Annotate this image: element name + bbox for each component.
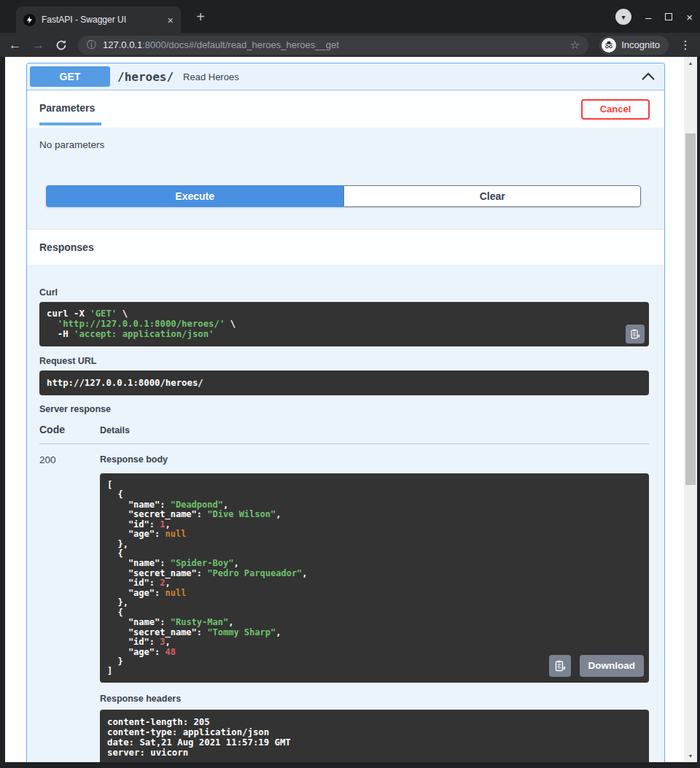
- opblock-get-heroes: GET /heroes/ Read Heroes Parameters: [26, 63, 665, 762]
- new-tab-button[interactable]: +: [191, 9, 210, 28]
- curl-label: Curl: [39, 287, 649, 298]
- page-viewport: GET /heroes/ Read Heroes Parameters: [5, 57, 697, 762]
- code-column-header: Code: [39, 424, 100, 435]
- request-url-label: Request URL: [39, 356, 649, 366]
- endpoint-path: /heroes/: [117, 70, 174, 84]
- clipboard-icon: [554, 660, 566, 672]
- window-close-button[interactable]: ×: [686, 12, 693, 23]
- status-code: 200: [39, 454, 100, 762]
- active-tab-underline: [39, 123, 101, 125]
- details-column-header: Details: [100, 425, 130, 435]
- vertical-scrollbar[interactable]: ▲ ▼: [684, 57, 697, 762]
- endpoint-summary: Read Heroes: [183, 71, 239, 82]
- browser-menu-icon[interactable]: ⋮: [680, 38, 691, 52]
- response-body-block: [ { "name": "Deadpond", "secret_name": "…: [100, 473, 649, 683]
- scroll-down-icon[interactable]: ▼: [684, 753, 697, 759]
- chevron-up-icon: [641, 71, 656, 82]
- copy-curl-button[interactable]: [626, 325, 645, 344]
- browser-window: FastAPI - Swagger UI × + ▾ – × ← → ⓘ 127…: [0, 0, 700, 768]
- response-body-json: [ { "name": "Deadpond", "secret_name": "…: [107, 481, 642, 677]
- request-url-block: http://127.0.0.1:8000/heroes/: [39, 371, 649, 395]
- execute-wrapper: Execute Clear: [46, 185, 641, 207]
- responses-title: Responses: [39, 241, 94, 253]
- url-path: :8000/docs#/default/read_heroes_heroes__…: [142, 39, 339, 50]
- http-method-badge: GET: [30, 66, 110, 87]
- parameters-header: Parameters Cancel: [27, 90, 664, 128]
- collapse-button[interactable]: [641, 71, 656, 82]
- incognito-badge: Incognito: [599, 36, 669, 55]
- request-url-value: http://127.0.0.1:8000/heroes/: [47, 378, 642, 388]
- download-button[interactable]: Download: [580, 655, 645, 677]
- maximize-icon: [665, 13, 672, 20]
- no-parameters-text: No parameters: [39, 139, 641, 150]
- responses-header: Responses: [27, 229, 664, 265]
- bookmark-star-icon[interactable]: ☆: [570, 39, 580, 52]
- tab-title: FastAPI - Swagger UI: [42, 15, 161, 25]
- browser-toolbar: ← → ⓘ 127.0.0.1:8000/docs#/default/read_…: [0, 33, 700, 57]
- url-host: 127.0.0.1: [103, 39, 142, 50]
- scrollbar-thumb[interactable]: [685, 133, 696, 485]
- window-dropdown-button[interactable]: ▾: [615, 9, 631, 25]
- response-headers-text: content-length: 205content-type: applica…: [107, 717, 642, 758]
- parameters-title: Parameters: [39, 102, 101, 114]
- back-button[interactable]: ←: [9, 39, 21, 51]
- clear-button[interactable]: Clear: [343, 185, 641, 207]
- scroll-up-icon[interactable]: ▲: [684, 61, 697, 66]
- tab-strip: FastAPI - Swagger UI × + ▾ – ×: [0, 0, 700, 33]
- response-body-label: Response body: [100, 454, 649, 465]
- opblock-summary[interactable]: GET /heroes/ Read Heroes: [27, 63, 664, 90]
- response-headers-label: Response headers: [100, 694, 649, 704]
- tab-close-icon[interactable]: ×: [167, 15, 174, 26]
- url-text: 127.0.0.1:8000/docs#/default/read_heroes…: [103, 39, 564, 50]
- site-info-icon[interactable]: ⓘ: [87, 39, 96, 52]
- minimize-button[interactable]: –: [645, 12, 651, 23]
- copy-response-button[interactable]: [549, 655, 571, 677]
- clipboard-icon: [630, 329, 640, 339]
- address-bar[interactable]: ⓘ 127.0.0.1:8000/docs#/default/read_hero…: [78, 36, 588, 55]
- curl-code-block: curl -X 'GET' \ 'http://127.0.0.1:8000/h…: [39, 302, 649, 346]
- maximize-button[interactable]: [665, 10, 672, 23]
- cancel-button[interactable]: Cancel: [581, 99, 650, 120]
- reload-icon: [55, 39, 67, 51]
- forward-button[interactable]: →: [32, 39, 44, 51]
- response-table-header: Code Details: [39, 424, 649, 435]
- reload-button[interactable]: [55, 39, 67, 51]
- curl-command: curl -X 'GET' \ 'http://127.0.0.1:8000/h…: [47, 309, 620, 340]
- browser-tab[interactable]: FastAPI - Swagger UI ×: [16, 7, 181, 33]
- fastapi-favicon-icon: [23, 14, 36, 26]
- tab-parameters[interactable]: Parameters: [39, 90, 101, 128]
- incognito-label: Incognito: [621, 39, 660, 50]
- table-divider: [39, 443, 649, 444]
- response-headers-block: content-length: 205content-type: applica…: [100, 710, 649, 762]
- responses-body: Curl curl -X 'GET' \ 'http://127.0.0.1:8…: [27, 265, 664, 762]
- execute-button[interactable]: Execute: [46, 185, 343, 207]
- server-response-label: Server response: [39, 404, 649, 414]
- parameters-body: No parameters Execute Clear: [27, 128, 664, 229]
- response-row-200: 200 Response body [ { "name": "Deadpond"…: [39, 454, 649, 762]
- incognito-icon: [602, 38, 616, 53]
